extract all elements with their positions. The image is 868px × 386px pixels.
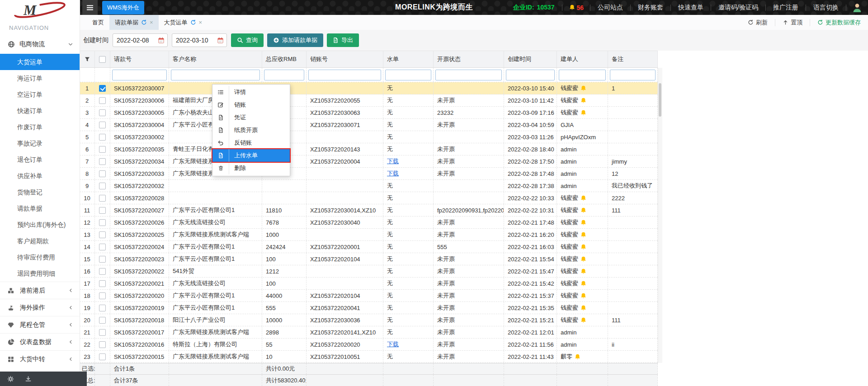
column-header-2[interactable]: 总应收RMB <box>262 51 307 67</box>
column-header-7[interactable]: 建单人 <box>557 51 608 67</box>
download-link[interactable]: 下载 <box>387 157 399 165</box>
sidebar-toggle-button[interactable] <box>82 0 98 15</box>
tab-action-0[interactable]: 刷新 <box>741 19 775 26</box>
tab-1[interactable]: 请款单据× <box>109 15 159 30</box>
context-menu-item-0[interactable]: 详情 <box>212 86 290 99</box>
context-menu-item-4[interactable]: 反销账 <box>212 137 290 149</box>
table-row[interactable]: 5SK1053722030002无2022-03-03 11:26pHApvIZ… <box>80 131 658 143</box>
filter-input-8[interactable] <box>610 70 656 80</box>
filter-funnel-header[interactable] <box>80 51 95 67</box>
add-payment-request-button[interactable]: 添加请款单据 <box>267 33 323 47</box>
table-row[interactable]: 7SK1053722020034广东无限链接系XZ1053722020004下载… <box>80 155 658 168</box>
table-row[interactable]: 23SK1053722020015广东无限链接系统测试客户端10XZ105372… <box>80 351 658 363</box>
export-button[interactable]: 导出 <box>327 33 359 47</box>
row-checkbox[interactable] <box>99 341 106 348</box>
column-header-8[interactable]: 备注 <box>608 51 658 67</box>
filter-input-3[interactable] <box>308 70 381 80</box>
sidebar-item-5[interactable]: 事故记录 <box>0 135 80 151</box>
filter-input-4[interactable] <box>385 70 431 80</box>
sidebar-item-4[interactable]: 作废订单 <box>0 119 80 135</box>
context-menu-item-3[interactable]: 纸质开票 <box>212 124 290 137</box>
context-menu-item-5[interactable]: 上传水单 <box>212 149 290 162</box>
context-menu-item-6[interactable]: 删除 <box>212 162 290 174</box>
row-checkbox[interactable] <box>99 317 106 324</box>
date-from-input[interactable] <box>116 36 158 44</box>
sidebar-item-3[interactable]: 快递订单 <box>0 103 80 119</box>
sidebar-item-1[interactable]: 海运订单 <box>0 70 80 86</box>
row-checkbox[interactable] <box>99 170 106 177</box>
filter-input-5[interactable] <box>435 70 502 80</box>
checkbox[interactable] <box>99 56 106 63</box>
sidebar-item-9[interactable]: 请款单据 <box>0 200 80 217</box>
row-checkbox[interactable] <box>99 268 106 275</box>
row-checkbox[interactable] <box>99 146 106 153</box>
sidebar-item-12[interactable]: 待审应付费用 <box>0 249 80 265</box>
header-link-4[interactable]: 推广注册 <box>767 4 805 12</box>
download-link[interactable]: 下载 <box>387 169 399 178</box>
context-menu-item-1[interactable]: 销账 <box>212 99 290 111</box>
row-checkbox[interactable] <box>99 256 106 263</box>
row-checkbox[interactable] <box>99 353 106 360</box>
download-link[interactable]: 下载 <box>387 340 399 348</box>
table-row[interactable]: 20SK1053722020018阳江十八子产业公司10000XZ1053722… <box>80 314 658 326</box>
tab-action-1[interactable]: 置顶 <box>775 19 810 26</box>
notifications-button[interactable]: 56 <box>569 4 584 11</box>
sidebar-group-4[interactable]: 大货中转 <box>0 350 80 367</box>
table-row[interactable]: 8SK1053722020033广东无限链接系下载未开票2022-02-28 1… <box>80 168 658 180</box>
header-link-5[interactable]: 语言切换 <box>807 4 845 12</box>
table-row[interactable]: 14SK1053722020024广东平云小匠有限公司1242424XZ1053… <box>80 241 658 253</box>
row-checkbox[interactable] <box>99 195 106 202</box>
table-row[interactable]: 16SK1053722020022541外贸1212无未开票2022-02-21… <box>80 265 658 278</box>
table-row[interactable]: 11SK1053722020027广东平云小匠有限公司111810XZ10537… <box>80 204 658 217</box>
row-checkbox[interactable] <box>99 134 106 141</box>
context-menu-item-2[interactable]: 凭证 <box>212 111 290 124</box>
search-button[interactable]: 查询 <box>231 33 264 47</box>
download-icon[interactable] <box>25 376 32 382</box>
column-header-5[interactable]: 开票状态 <box>434 51 504 67</box>
table-row[interactable]: 4SK1053722030004广东平云小匠有XZ1053722030071无未… <box>80 119 658 131</box>
table-scrollbar[interactable] <box>658 68 662 363</box>
sidebar-item-10[interactable]: 预约出库(海外仓) <box>0 217 80 233</box>
tab-2[interactable]: 大货运单× <box>159 15 208 30</box>
sidebar-group-1[interactable]: 海外操作 <box>0 299 80 316</box>
column-header-0[interactable]: 请款号 <box>110 51 169 67</box>
row-checkbox[interactable] <box>99 280 106 287</box>
sidebar-item-6[interactable]: 退仓订单 <box>0 151 80 168</box>
table-row[interactable]: 10SK1053722020028无2022-02-22 10:33钱蜜蜜222… <box>80 192 658 204</box>
row-checkbox[interactable] <box>99 183 106 189</box>
scrollbar-thumb[interactable] <box>659 83 661 117</box>
close-icon[interactable]: × <box>150 19 153 25</box>
table-row[interactable]: 3SK1053722030005广东小杨农夫山XZ1053722030063无2… <box>80 107 658 119</box>
row-checkbox[interactable] <box>99 109 106 116</box>
table-row[interactable]: 6SK1053722020035青蛙王子日化有XZ1053722020143无未… <box>80 143 658 155</box>
filter-input-6[interactable] <box>506 70 555 80</box>
row-checkbox[interactable] <box>99 85 106 92</box>
table-row[interactable]: 13SK1053722020025广东无限链接系统测试客户端1000无未开票20… <box>80 229 658 241</box>
row-checkbox[interactable] <box>99 97 106 104</box>
column-header-6[interactable]: 创建时间 <box>504 51 557 67</box>
tab-action-2[interactable]: 更新数据缓存 <box>810 19 868 26</box>
sidebar-group-3[interactable]: 仪表盘数据 <box>0 333 80 350</box>
gear-icon[interactable] <box>7 376 14 382</box>
row-checkbox[interactable] <box>99 292 106 299</box>
module-switch-button[interactable]: WMS海外仓 <box>102 1 144 14</box>
table-row[interactable]: 12SK1053722020026广东无线流链接公司7678XZ10537220… <box>80 217 658 229</box>
user-avatar[interactable] <box>852 2 863 13</box>
calendar-icon[interactable] <box>217 37 224 44</box>
table-row[interactable]: 9SK1053722020032无2022-02-28 17:38admin我已… <box>80 180 658 192</box>
date-to-input[interactable] <box>175 36 217 44</box>
filter-input-2[interactable] <box>264 70 304 80</box>
row-checkbox[interactable] <box>99 329 106 336</box>
sidebar-group-ecommerce-logistics[interactable]: 电商物流 <box>0 35 80 54</box>
close-icon[interactable]: × <box>199 19 203 25</box>
table-row[interactable]: 1SK1053722030007无2022-03-10 15:40钱蜜蜜1 <box>80 82 658 94</box>
header-link-0[interactable]: 公司站点 <box>591 4 629 12</box>
table-row[interactable]: 18SK1053722020020广东平云小匠有限公司144000XZ10537… <box>80 290 658 302</box>
filter-input-7[interactable] <box>559 70 606 80</box>
sidebar-item-7[interactable]: 供应补单 <box>0 168 80 184</box>
sidebar-group-2[interactable]: 尾程仓管 <box>0 316 80 333</box>
header-link-2[interactable]: 快速查单 <box>672 4 710 12</box>
filter-input-1[interactable] <box>171 70 260 80</box>
column-header-3[interactable]: 销账号 <box>307 51 383 67</box>
sidebar-item-8[interactable]: 货物登记 <box>0 184 80 200</box>
